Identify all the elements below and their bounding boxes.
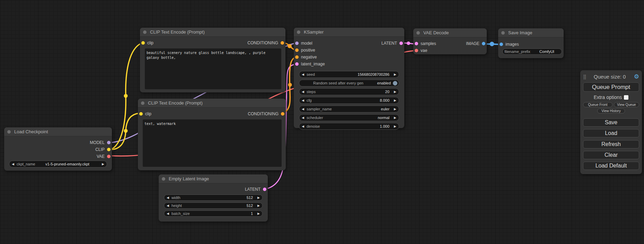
arrow-right-icon[interactable]: ▶ [391, 88, 399, 95]
arrow-left-icon[interactable]: ◀ [299, 88, 307, 95]
drag-handle-icon[interactable]: ⣿ [583, 74, 586, 79]
widget-ckpt-name[interactable]: ◀ ckpt_name v1-5-pruned-emaonly.ckpt ▶ [9, 161, 107, 168]
arrow-right-icon[interactable]: ▶ [255, 202, 262, 209]
widget-random-seed[interactable]: Random seed after every gen enabled [299, 80, 399, 87]
input-dot-positive[interactable] [295, 48, 299, 52]
node-title: Save Image [508, 30, 532, 35]
input-dot-negative[interactable] [295, 55, 299, 59]
node-canvas[interactable]: Load Checkpoint MODEL CLIP VAE ◀ ckpt_na… [0, 0, 644, 244]
collapse-dot-icon[interactable] [501, 31, 505, 35]
node-clip-positive-header[interactable]: CLIP Text Encode (Prompt) [140, 28, 285, 37]
arrow-right-icon[interactable]: ▶ [255, 210, 262, 217]
node-vae-decode-header[interactable]: VAE Decode [413, 28, 487, 37]
input-label-latent-image: latent_image [301, 62, 325, 66]
node-ksampler-header[interactable]: KSampler [294, 28, 404, 37]
node-title: Load Checkpoint [14, 129, 48, 134]
extra-options-checkbox[interactable] [624, 95, 628, 100]
widget-cfg[interactable]: ◀ cfg 8.000 ▶ [299, 97, 399, 104]
node-title: CLIP Text Encode (Prompt) [150, 29, 205, 35]
node-clip-negative-header[interactable]: CLIP Text Encode (Prompt) [138, 99, 286, 108]
arrow-right-icon[interactable]: ▶ [391, 123, 399, 130]
output-dot-clip[interactable] [107, 148, 111, 151]
link-dot [490, 42, 494, 46]
output-dot-image[interactable] [482, 42, 485, 45]
clear-button[interactable]: Clear [583, 151, 639, 159]
input-dot-images[interactable] [500, 43, 503, 46]
arrow-left-icon[interactable]: ◀ [164, 202, 171, 209]
node-save-image-header[interactable]: Save Image [498, 28, 564, 37]
output-dot-latent[interactable] [263, 188, 266, 191]
widget-sampler-name[interactable]: ◀ sampler_name euler ▶ [299, 106, 399, 112]
widget-steps[interactable]: ◀ steps 20 ▶ [299, 88, 399, 95]
save-button[interactable]: Save [583, 118, 639, 127]
arrow-left-icon[interactable]: ◀ [164, 210, 171, 217]
input-dot-latent-image[interactable] [295, 62, 299, 66]
input-dot-vae[interactable] [415, 49, 418, 52]
collapse-dot-icon[interactable] [7, 130, 11, 134]
prompt-textarea-negative[interactable]: text, watermark [143, 119, 282, 167]
arrow-right-icon[interactable]: ▶ [99, 161, 107, 168]
widget-height[interactable]: ◀ height 512 ▶ [164, 202, 263, 209]
arrow-right-icon[interactable]: ▶ [391, 106, 399, 112]
output-dot-conditioning[interactable] [281, 112, 284, 116]
collapse-dot-icon[interactable] [416, 31, 420, 35]
node-title: KSampler [304, 29, 324, 35]
output-dot-model[interactable] [107, 141, 111, 144]
node-vae-decode[interactable]: VAE Decode samples IMAGE vae [413, 28, 487, 54]
output-dot-latent[interactable] [399, 42, 403, 45]
input-label-samples: samples [421, 41, 436, 46]
arrow-left-icon[interactable]: ◀ [299, 71, 307, 78]
node-clip-text-encode-positive[interactable]: CLIP Text Encode (Prompt) clip CONDITION… [140, 28, 285, 92]
view-history-button[interactable]: View History [597, 108, 625, 114]
widget-width[interactable]: ◀ width 512 ▶ [164, 195, 263, 201]
input-label-clip: clip [145, 111, 151, 116]
settings-gear-icon[interactable]: ⚙ [634, 74, 639, 80]
input-dot-model[interactable] [295, 42, 299, 45]
collapse-dot-icon[interactable] [141, 101, 144, 105]
arrow-left-icon[interactable]: ◀ [299, 97, 307, 104]
collapse-dot-icon[interactable] [297, 30, 300, 34]
node-clip-text-encode-negative[interactable]: CLIP Text Encode (Prompt) clip CONDITION… [138, 99, 286, 170]
arrow-left-icon[interactable]: ◀ [164, 195, 171, 201]
output-dot-conditioning[interactable] [281, 41, 284, 45]
node-empty-latent-header[interactable]: Empty Latent Image [159, 174, 268, 183]
input-dot-samples[interactable] [415, 42, 418, 45]
node-save-image[interactable]: Save Image images filename_prefix ComfyU… [498, 28, 564, 58]
input-dot-clip[interactable] [141, 41, 145, 45]
load-button[interactable]: Load [583, 129, 639, 137]
queue-panel[interactable]: ⣿ Queue size: 0 ⚙ Queue Prompt Extra opt… [580, 70, 642, 174]
input-label-positive: positive [301, 48, 315, 53]
node-load-checkpoint[interactable]: Load Checkpoint MODEL CLIP VAE ◀ ckpt_na… [4, 127, 112, 171]
toggle-icon[interactable] [393, 81, 397, 85]
input-dot-clip[interactable] [139, 112, 143, 116]
link-dot [124, 94, 128, 98]
arrow-left-icon[interactable]: ◀ [299, 106, 307, 112]
arrow-right-icon[interactable]: ▶ [255, 195, 262, 201]
node-load-checkpoint-header[interactable]: Load Checkpoint [4, 127, 112, 136]
load-default-button[interactable]: Load Default [583, 162, 639, 170]
output-dot-vae[interactable] [107, 155, 111, 158]
node-ksampler[interactable]: KSampler model LATENT positive negative [294, 28, 404, 128]
node-title: Empty Latent Image [169, 176, 209, 181]
arrow-left-icon[interactable]: ◀ [299, 114, 307, 121]
collapse-dot-icon[interactable] [143, 30, 147, 34]
widget-filename-prefix[interactable]: filename_prefix ComfyUI [502, 48, 562, 55]
arrow-left-icon[interactable]: ◀ [299, 123, 307, 130]
arrow-left-icon[interactable]: ◀ [9, 161, 17, 168]
view-queue-button[interactable]: View Queue [614, 102, 639, 107]
widget-denoise[interactable]: ◀ denoise 1.000 ▶ [299, 123, 399, 130]
arrow-right-icon[interactable]: ▶ [391, 97, 399, 104]
refresh-button[interactable]: Refresh [583, 140, 639, 148]
node-title: CLIP Text Encode (Prompt) [148, 100, 203, 106]
arrow-right-icon[interactable]: ▶ [391, 114, 399, 121]
widget-seed[interactable]: ◀ seed 156680208700286 ▶ [299, 71, 399, 78]
widget-scheduler[interactable]: ◀ scheduler normal ▶ [299, 114, 399, 121]
collapse-dot-icon[interactable] [162, 177, 165, 181]
node-empty-latent-image[interactable]: Empty Latent Image LATENT ◀ width 512 ▶ … [159, 174, 268, 222]
queue-front-button[interactable]: Queue Front [583, 102, 612, 107]
arrow-right-icon[interactable]: ▶ [391, 71, 399, 78]
queue-prompt-button[interactable]: Queue Prompt [583, 82, 639, 92]
widget-batch-size[interactable]: ◀ batch_size 1 ▶ [164, 210, 263, 217]
prompt-textarea-positive[interactable]: beautiful scenery nature glass bottle la… [145, 48, 281, 89]
extra-options-label: Extra options [594, 94, 622, 100]
